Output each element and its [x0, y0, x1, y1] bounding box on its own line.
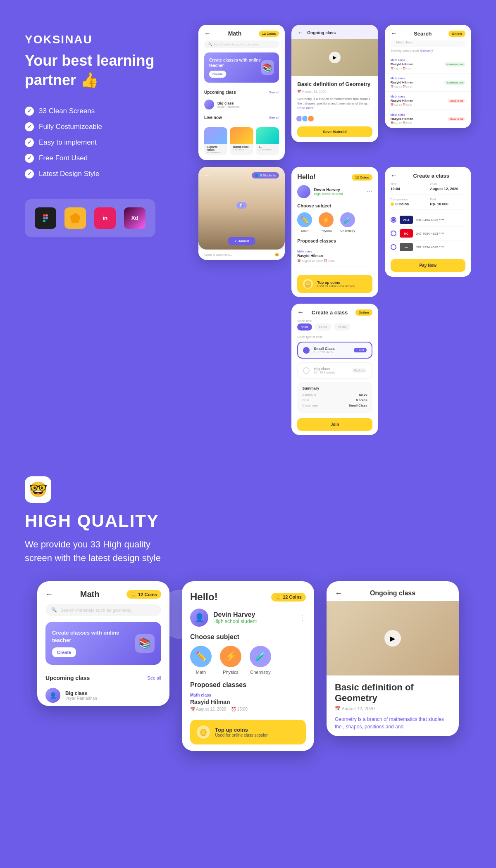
small-class-sub: 1 - 10 Students	[314, 351, 349, 354]
pay-now-button[interactable]: Pay Now	[391, 259, 465, 272]
radio-inner-visa	[392, 218, 395, 221]
coin-dot	[391, 202, 394, 206]
paid-field: Paid Rp. 10.000	[430, 198, 465, 206]
live-see-all[interactable]: See all	[269, 116, 279, 119]
summary-label-1: Schedule	[302, 393, 316, 397]
live-card-3[interactable]: T... 12 Students	[256, 127, 279, 155]
ongoing-back-arrow[interactable]: ←	[297, 29, 304, 36]
teacher-type: Big class	[217, 101, 240, 105]
selected-radio	[303, 347, 310, 354]
participant-3	[307, 115, 315, 122]
topup-bar[interactable]: 🪙 Top up coins Used for online class ses…	[297, 275, 372, 293]
lp-play-button[interactable]: ▶	[384, 630, 401, 647]
lp-topup[interactable]: 🪙 Top up coins Used for online class ses…	[190, 720, 306, 744]
subject-physics[interactable]: ⚡ Physics	[319, 212, 334, 233]
lp-subjects: ✏️ Math ⚡ Physics 🧪 Chemistry	[182, 646, 314, 681]
lp-user-avatar: 👤	[190, 609, 208, 627]
lp-back-arrow[interactable]: ←	[45, 590, 53, 599]
time-btn-3[interactable]: 11:00	[334, 323, 351, 331]
read-more-link[interactable]: Read more	[297, 106, 314, 110]
search-back[interactable]: ←	[391, 30, 397, 37]
live-grid: Supardi Halim 46 Students Tasma Husl 8 S…	[204, 127, 279, 155]
lp-user-row: 👤 Devin Harvey High school student ⋮	[182, 609, 314, 633]
big-class-option[interactable]: Big class 10 - 30 Students Explore	[297, 362, 372, 379]
math-phone-header: ← Math 12 Coins	[198, 25, 285, 40]
live-card-2[interactable]: Tasma Husl 8 Students	[230, 127, 253, 155]
lp-upcoming-info: Big class Irsyar Ramadhan	[65, 690, 97, 701]
class-item-3[interactable]: Math class Rasyid Hilman 📅 Aug 12 ⏰ 15:0…	[385, 92, 471, 110]
proposed-class-item[interactable]: Math class Rasyid Hilman 📅 August 12, 20…	[297, 247, 372, 266]
save-material-button[interactable]: Save Material	[297, 126, 372, 137]
chemistry-subject-icon: 🧪	[340, 212, 355, 227]
photo-back-arrow[interactable]: ←	[204, 172, 210, 178]
hello-phone: Hello! 12 Coins Devin Harvey High school…	[291, 167, 378, 297]
lp-geo-desc: Geometry is a branch of mathematics that…	[327, 716, 459, 736]
class-item-1[interactable]: Math class Rasyid Hilman 📅 Aug 12 ⏰ 15:0…	[385, 55, 471, 74]
lp-options-icon[interactable]: ⋮	[298, 613, 306, 622]
lp-subject-chemistry[interactable]: 🧪 Chemistry	[250, 646, 271, 675]
play-button[interactable]: ▶	[329, 52, 341, 63]
lp-ongoing-title: Ongoing class	[370, 590, 415, 597]
lp-search[interactable]: 🔍 Search materials such as geometry	[45, 604, 161, 616]
payment-mc[interactable]: MC 247 7654 4923 ****	[391, 227, 465, 240]
math-search[interactable]: 🔍 Search materials such as geometry	[204, 40, 279, 48]
divider-1	[391, 194, 465, 195]
lp-class-item[interactable]: Math class Rasyid Hilman 📅 August 12, 20…	[182, 693, 314, 716]
banner-text: Create classes with online teacher	[209, 57, 261, 68]
physics-subject-icon: ⚡	[319, 212, 334, 227]
summary-label-2: Coin	[302, 398, 309, 402]
brand-name: YOKSINAU	[25, 33, 182, 46]
payment-other[interactable]: ••• 281 3254 4645 ****	[391, 240, 465, 254]
radio-mc[interactable]	[391, 231, 396, 236]
geometry-search-input[interactable]: Math class	[396, 40, 412, 44]
create2-back[interactable]: ←	[297, 309, 304, 316]
feature-text-1: 33 Clean Screens	[39, 107, 95, 115]
mc-number: 247 7654 4923 ****	[416, 232, 465, 235]
search-placeholder: Search materials such as geometry	[213, 43, 259, 46]
options-icon[interactable]: ⋯	[367, 188, 372, 195]
create2-header: ← Create a class Online	[291, 304, 378, 319]
payment-visa[interactable]: VISA 234 3454 4323 ****	[391, 213, 465, 227]
summary-title: Summary	[302, 386, 367, 390]
see-all-link[interactable]: See all	[269, 90, 279, 94]
join-button[interactable]: Join	[297, 418, 372, 431]
back-arrow[interactable]: ←	[204, 30, 211, 37]
quality-title: HIGH QUALITY	[25, 511, 471, 531]
radio-other[interactable]	[391, 244, 396, 250]
other-number: 281 3254 4645 ****	[416, 245, 465, 249]
topup-icon: 🪙	[303, 279, 313, 289]
search-phone: ← Search Online Math class Showing searc…	[385, 25, 471, 128]
lp-create-button[interactable]: Create	[52, 647, 76, 657]
live-now-section: Supardi Halim 46 Students Tasma Husl 8 S…	[198, 122, 285, 160]
class-item-4[interactable]: Math class Rasyid Hilman 📅 Aug 12 ⏰ 15:0…	[385, 110, 471, 128]
lp-topup-text: Top up coins Used for online class sessi…	[215, 727, 269, 737]
time-btn-1[interactable]: 9:00	[297, 323, 312, 331]
create-button[interactable]: Create	[209, 71, 226, 78]
radio-visa[interactable]	[391, 217, 396, 223]
class-info-3: Math class Rasyid Hilman 📅 Aug 12 ⏰ 15:0…	[391, 95, 413, 106]
comment-bar[interactable]: Write a comment... 😊	[198, 250, 285, 260]
time-btn-2[interactable]: 10:00	[315, 323, 331, 331]
live-card-1[interactable]: Supardi Halim 46 Students	[204, 127, 227, 155]
live-teacher-3: T...	[258, 145, 277, 148]
create-form: Time 10:04 Zoom August 12, 2020 Cost pac…	[385, 183, 471, 277]
lp-subject-physics[interactable]: ⚡ Physics	[220, 646, 241, 675]
class-summary: Summary Schedule $0.00 Coin 0 coins Clas…	[297, 382, 372, 413]
feature-text-5: Latest Design Style	[39, 170, 99, 178]
lp-see-all[interactable]: See all	[147, 675, 161, 680]
lp-ongoing-back[interactable]: ←	[335, 589, 342, 598]
physics-label: Physics	[321, 229, 332, 233]
teacher-name: Irsyar Ramadhan	[217, 105, 240, 108]
lp-math-label: Math	[196, 670, 206, 675]
lp-physics-label: Physics	[223, 670, 238, 675]
send-icon[interactable]: 😊	[275, 253, 279, 257]
create-back-arrow[interactable]: ←	[391, 172, 397, 179]
class-item-2[interactable]: Math class Rasyid Hilman 📅 Aug 12 ⏰ 15:0…	[385, 74, 471, 92]
subject-chemistry[interactable]: 🧪 Chemistry	[340, 212, 355, 233]
small-class-option[interactable]: Small Class 1 - 10 Students 1 seat	[297, 342, 372, 359]
hello-user: Devin Harvey High school student ⋯	[291, 185, 378, 203]
subject-math[interactable]: ✏️ Math	[297, 212, 312, 233]
lp-subject-math[interactable]: ✏️ Math	[190, 646, 212, 675]
live-card-img-3	[256, 127, 279, 144]
lp-search-icon: 🔍	[51, 607, 57, 613]
